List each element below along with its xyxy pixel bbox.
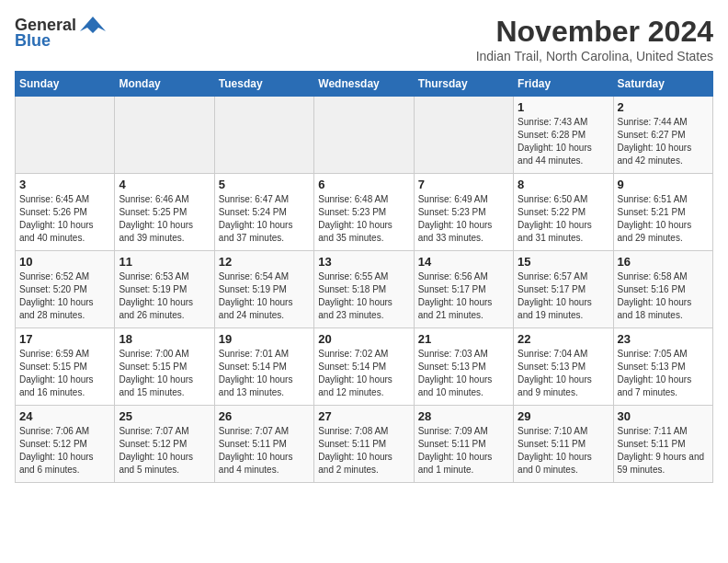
day-info: Sunrise: 6:56 AM Sunset: 5:17 PM Dayligh… xyxy=(418,270,509,322)
day-info: Sunrise: 6:57 AM Sunset: 5:17 PM Dayligh… xyxy=(518,270,609,322)
day-info: Sunrise: 7:08 AM Sunset: 5:11 PM Dayligh… xyxy=(318,425,409,477)
day-number: 16 xyxy=(618,255,709,269)
day-info: Sunrise: 7:43 AM Sunset: 6:28 PM Dayligh… xyxy=(518,116,609,167)
day-number: 19 xyxy=(219,332,310,346)
day-number: 21 xyxy=(418,332,509,346)
day-info: Sunrise: 6:58 AM Sunset: 5:16 PM Dayligh… xyxy=(618,270,709,322)
day-number: 17 xyxy=(19,332,110,346)
day-info: Sunrise: 7:09 AM Sunset: 5:11 PM Dayligh… xyxy=(418,425,509,477)
day-number: 12 xyxy=(219,255,310,269)
day-info: Sunrise: 7:11 AM Sunset: 5:11 PM Dayligh… xyxy=(618,425,709,477)
calendar-week-row: 3Sunrise: 6:45 AM Sunset: 5:26 PM Daylig… xyxy=(16,174,713,251)
day-number: 3 xyxy=(19,178,110,191)
day-number: 25 xyxy=(119,409,210,423)
calendar-cell: 7Sunrise: 6:49 AM Sunset: 5:23 PM Daylig… xyxy=(414,174,513,251)
svg-marker-0 xyxy=(80,17,106,33)
calendar-cell: 30Sunrise: 7:11 AM Sunset: 5:11 PM Dayli… xyxy=(613,406,712,483)
day-info: Sunrise: 6:55 AM Sunset: 5:18 PM Dayligh… xyxy=(318,270,409,322)
day-info: Sunrise: 7:04 AM Sunset: 5:13 PM Dayligh… xyxy=(518,348,609,399)
calendar-cell: 27Sunrise: 7:08 AM Sunset: 5:11 PM Dayli… xyxy=(314,406,414,483)
calendar-cell: 25Sunrise: 7:07 AM Sunset: 5:12 PM Dayli… xyxy=(115,406,214,483)
day-info: Sunrise: 7:01 AM Sunset: 5:14 PM Dayligh… xyxy=(219,348,310,399)
calendar-cell xyxy=(16,97,115,174)
day-info: Sunrise: 7:06 AM Sunset: 5:12 PM Dayligh… xyxy=(19,425,110,477)
day-info: Sunrise: 6:47 AM Sunset: 5:24 PM Dayligh… xyxy=(219,193,310,245)
calendar-cell xyxy=(314,97,414,174)
month-title: November 2024 xyxy=(476,15,713,49)
day-info: Sunrise: 6:49 AM Sunset: 5:23 PM Dayligh… xyxy=(418,193,509,245)
calendar-cell: 29Sunrise: 7:10 AM Sunset: 5:11 PM Dayli… xyxy=(514,406,613,483)
calendar-cell: 9Sunrise: 6:51 AM Sunset: 5:21 PM Daylig… xyxy=(613,174,712,251)
day-number: 27 xyxy=(318,409,409,423)
calendar-cell: 5Sunrise: 6:47 AM Sunset: 5:24 PM Daylig… xyxy=(214,174,313,251)
calendar-table: SundayMondayTuesdayWednesdayThursdayFrid… xyxy=(15,71,713,483)
calendar-cell: 17Sunrise: 6:59 AM Sunset: 5:15 PM Dayli… xyxy=(16,328,115,406)
calendar-cell: 26Sunrise: 7:07 AM Sunset: 5:11 PM Dayli… xyxy=(214,406,313,483)
day-number: 7 xyxy=(418,178,509,191)
day-info: Sunrise: 6:48 AM Sunset: 5:23 PM Dayligh… xyxy=(318,193,409,245)
logo-blue: Blue xyxy=(15,31,51,51)
calendar-cell: 21Sunrise: 7:03 AM Sunset: 5:13 PM Dayli… xyxy=(414,328,513,406)
location-title: Indian Trail, North Carolina, United Sta… xyxy=(476,49,713,63)
calendar-week-row: 17Sunrise: 6:59 AM Sunset: 5:15 PM Dayli… xyxy=(16,328,713,406)
day-info: Sunrise: 6:53 AM Sunset: 5:19 PM Dayligh… xyxy=(119,270,210,322)
calendar-cell: 2Sunrise: 7:44 AM Sunset: 6:27 PM Daylig… xyxy=(613,97,712,174)
day-info: Sunrise: 6:59 AM Sunset: 5:15 PM Dayligh… xyxy=(19,348,110,399)
calendar-cell: 13Sunrise: 6:55 AM Sunset: 5:18 PM Dayli… xyxy=(314,251,414,328)
day-info: Sunrise: 7:44 AM Sunset: 6:27 PM Dayligh… xyxy=(618,116,709,167)
calendar-cell: 22Sunrise: 7:04 AM Sunset: 5:13 PM Dayli… xyxy=(514,328,613,406)
calendar-cell: 28Sunrise: 7:09 AM Sunset: 5:11 PM Dayli… xyxy=(414,406,513,483)
logo-bird-icon xyxy=(80,15,106,35)
day-info: Sunrise: 6:52 AM Sunset: 5:20 PM Dayligh… xyxy=(19,270,110,322)
day-number: 26 xyxy=(219,409,310,423)
weekday-header-thursday: Thursday xyxy=(414,72,513,97)
day-number: 4 xyxy=(119,178,210,191)
day-info: Sunrise: 6:46 AM Sunset: 5:25 PM Dayligh… xyxy=(119,193,210,245)
calendar-cell: 24Sunrise: 7:06 AM Sunset: 5:12 PM Dayli… xyxy=(16,406,115,483)
day-number: 22 xyxy=(518,332,609,346)
day-info: Sunrise: 6:51 AM Sunset: 5:21 PM Dayligh… xyxy=(618,193,709,245)
calendar-cell: 20Sunrise: 7:02 AM Sunset: 5:14 PM Dayli… xyxy=(314,328,414,406)
day-number: 6 xyxy=(318,178,409,191)
day-info: Sunrise: 7:07 AM Sunset: 5:12 PM Dayligh… xyxy=(119,425,210,477)
day-info: Sunrise: 7:05 AM Sunset: 5:13 PM Dayligh… xyxy=(618,348,709,399)
weekday-header-saturday: Saturday xyxy=(613,72,712,97)
day-number: 11 xyxy=(119,255,210,269)
calendar-cell xyxy=(115,97,214,174)
day-number: 23 xyxy=(618,332,709,346)
day-number: 8 xyxy=(518,178,609,191)
calendar-week-row: 1Sunrise: 7:43 AM Sunset: 6:28 PM Daylig… xyxy=(16,97,713,174)
calendar-cell: 1Sunrise: 7:43 AM Sunset: 6:28 PM Daylig… xyxy=(514,97,613,174)
calendar-cell: 11Sunrise: 6:53 AM Sunset: 5:19 PM Dayli… xyxy=(115,251,214,328)
calendar-cell: 16Sunrise: 6:58 AM Sunset: 5:16 PM Dayli… xyxy=(613,251,712,328)
calendar-cell: 15Sunrise: 6:57 AM Sunset: 5:17 PM Dayli… xyxy=(514,251,613,328)
weekday-header-friday: Friday xyxy=(514,72,613,97)
day-info: Sunrise: 6:45 AM Sunset: 5:26 PM Dayligh… xyxy=(19,193,110,245)
calendar-cell: 18Sunrise: 7:00 AM Sunset: 5:15 PM Dayli… xyxy=(115,328,214,406)
day-number: 30 xyxy=(618,409,709,423)
day-info: Sunrise: 6:50 AM Sunset: 5:22 PM Dayligh… xyxy=(518,193,609,245)
day-info: Sunrise: 6:54 AM Sunset: 5:19 PM Dayligh… xyxy=(219,270,310,322)
day-info: Sunrise: 7:02 AM Sunset: 5:14 PM Dayligh… xyxy=(318,348,409,399)
day-number: 13 xyxy=(318,255,409,269)
weekday-header-sunday: Sunday xyxy=(16,72,115,97)
calendar-cell: 19Sunrise: 7:01 AM Sunset: 5:14 PM Dayli… xyxy=(214,328,313,406)
day-number: 1 xyxy=(518,100,609,114)
day-number: 10 xyxy=(19,255,110,269)
day-number: 5 xyxy=(219,178,310,191)
day-info: Sunrise: 7:03 AM Sunset: 5:13 PM Dayligh… xyxy=(418,348,509,399)
calendar-cell: 14Sunrise: 6:56 AM Sunset: 5:17 PM Dayli… xyxy=(414,251,513,328)
calendar-cell: 3Sunrise: 6:45 AM Sunset: 5:26 PM Daylig… xyxy=(16,174,115,251)
calendar-cell: 8Sunrise: 6:50 AM Sunset: 5:22 PM Daylig… xyxy=(514,174,613,251)
day-number: 24 xyxy=(19,409,110,423)
title-area: November 2024 Indian Trail, North Caroli… xyxy=(476,15,713,63)
day-number: 29 xyxy=(518,409,609,423)
day-number: 28 xyxy=(418,409,509,423)
day-info: Sunrise: 7:07 AM Sunset: 5:11 PM Dayligh… xyxy=(219,425,310,477)
day-number: 20 xyxy=(318,332,409,346)
calendar-cell xyxy=(214,97,313,174)
weekday-header-monday: Monday xyxy=(115,72,214,97)
calendar-cell: 6Sunrise: 6:48 AM Sunset: 5:23 PM Daylig… xyxy=(314,174,414,251)
weekday-header-wednesday: Wednesday xyxy=(314,72,414,97)
calendar-cell: 4Sunrise: 6:46 AM Sunset: 5:25 PM Daylig… xyxy=(115,174,214,251)
